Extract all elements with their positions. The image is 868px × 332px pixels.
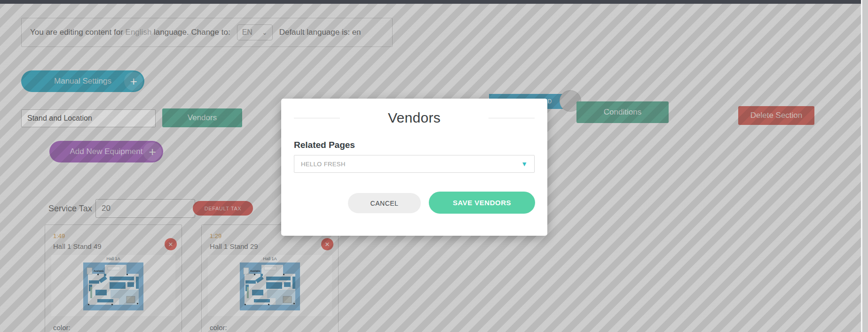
title-divider-right <box>489 118 535 118</box>
stand-card: 1:29 Hall 1 Stand 29 ✕ Hall 1A Available <box>201 224 339 332</box>
map-available-label: Available <box>250 270 260 272</box>
chevron-down-icon: ⌄ <box>262 30 268 35</box>
title-divider-left <box>294 118 340 118</box>
top-bar <box>0 0 861 4</box>
stand-map-title: Hall 1A <box>208 256 332 261</box>
stand-map-panel: Hall 1A Available <box>208 255 332 316</box>
language-notice: You are editing content for English lang… <box>21 18 393 47</box>
manual-settings-button[interactable]: Manual Settings + <box>21 70 144 92</box>
stand-title: Hall 1 Stand 49 <box>53 242 174 250</box>
floorplan-map-image: Available <box>240 263 300 310</box>
save-vendors-button[interactable]: SAVE VENDORS <box>429 192 535 214</box>
vendors-button[interactable]: Vendors <box>162 108 242 127</box>
stand-map-panel: Hall 1A Available <box>51 255 175 316</box>
related-pages-dropdown[interactable]: HELLO FRESH ▼ <box>294 155 535 173</box>
stand-color-label: color: <box>53 324 71 332</box>
conditions-button[interactable]: Conditions <box>576 101 669 123</box>
related-pages-label: Related Pages <box>294 140 535 150</box>
caret-down-icon: ▼ <box>521 161 528 167</box>
vendors-modal: Vendors Related Pages HELLO FRESH ▼ CANC… <box>281 99 547 236</box>
modal-actions: CANCEL SAVE VENDORS <box>281 192 535 214</box>
close-icon[interactable]: ✕ <box>321 238 333 250</box>
add-new-equipment-label: Add New Equipment <box>70 147 143 156</box>
language-notice-middle: language. Change to: <box>151 28 230 37</box>
delete-section-button[interactable]: Delete Section <box>738 106 814 125</box>
plus-icon: + <box>143 142 162 161</box>
modal-header: Vendors <box>281 110 547 126</box>
stand-color-label: color: <box>210 324 227 332</box>
manual-settings-label: Manual Settings <box>54 77 111 86</box>
close-icon[interactable]: ✕ <box>165 238 177 250</box>
stand-ratio: 1:49 <box>53 232 174 239</box>
stand-title: Hall 1 Stand 29 <box>210 242 330 250</box>
stand-card: 1:49 Hall 1 Stand 49 ✕ Hall 1A Available <box>45 224 182 332</box>
language-notice-default: Default language is: en <box>279 28 361 37</box>
section-name-input[interactable] <box>21 109 156 127</box>
language-notice-language: English <box>126 28 152 37</box>
language-select-value: EN <box>242 28 253 37</box>
service-tax-input[interactable] <box>95 199 195 218</box>
scrollbar-track[interactable] <box>861 0 868 332</box>
language-select[interactable]: EN ⌄ <box>237 24 273 40</box>
map-available-label: Available <box>94 270 104 272</box>
modal-title: Vendors <box>388 110 441 126</box>
cancel-button[interactable]: CANCEL <box>348 193 421 213</box>
add-new-equipment-button[interactable]: Add New Equipment + <box>49 141 163 162</box>
stand-map-title: Hall 1A <box>51 256 175 261</box>
default-tax-button[interactable]: DEFAULT TAX <box>193 201 253 216</box>
floorplan-map-image: Available <box>83 263 143 310</box>
related-pages-value: HELLO FRESH <box>301 161 346 168</box>
language-notice-prefix: You are editing content for <box>30 28 126 37</box>
plus-icon: + <box>124 72 143 91</box>
service-tax-label: Service Tax <box>48 202 92 215</box>
